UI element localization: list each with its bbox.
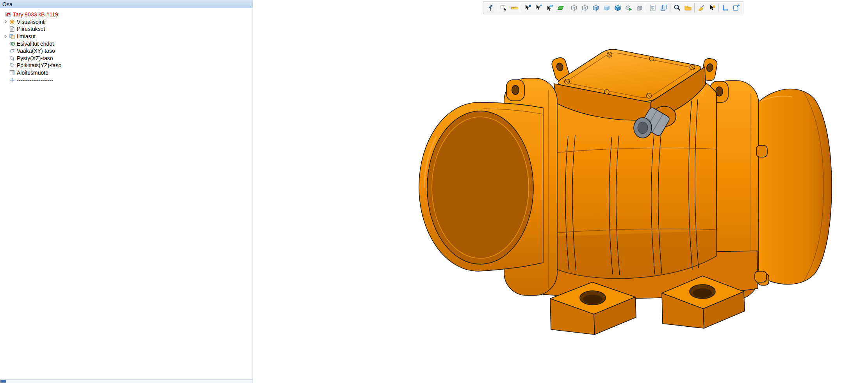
tree-item-label: Tary 9033 kB #119 — [13, 11, 58, 18]
toolbar-separator — [718, 4, 719, 12]
folder-button[interactable] — [683, 3, 693, 13]
coordinate-axes-icon — [722, 4, 729, 12]
appearances-icon — [9, 33, 15, 39]
origin-icon — [9, 77, 15, 83]
model-vibration-motor[interactable] — [253, 0, 868, 383]
copy-button[interactable] — [658, 3, 669, 13]
coordinate-axes-button[interactable] — [720, 3, 731, 13]
tree-item-label: Piirustukset — [17, 25, 45, 32]
tree-item-part-root[interactable]: Tary 9033 kB #119 — [0, 11, 253, 18]
tree-item-ilmiasut[interactable]: Ilmiasut — [0, 33, 253, 40]
feature-tree-panel: Osa Tary 9033 kB #119 Visualisointi Piir… — [0, 0, 253, 383]
new-window-button[interactable] — [731, 3, 741, 13]
view-hidden-edges-button[interactable] — [579, 3, 590, 13]
tree-item-aloitusmuoto[interactable]: Aloitusmuoto — [0, 69, 253, 77]
tree-item-label: Pysty(XZ)-taso — [17, 55, 53, 62]
report-button[interactable] — [647, 3, 658, 13]
tree-item-label: Aloitusmuoto — [17, 69, 48, 76]
tree-item-esivalitut-ehdot[interactable]: Esivalitut ehdot — [0, 40, 253, 47]
animate-icon — [625, 4, 633, 12]
view-wireframe-button[interactable] — [569, 3, 579, 13]
tree-item-label: -------------------- — [17, 77, 53, 84]
view-isometric-icon — [614, 4, 622, 12]
plane-xy-icon — [9, 48, 15, 54]
view-box-button[interactable] — [634, 3, 645, 13]
tree-item-pysty-xz-taso[interactable]: Pysty(XZ)-taso — [0, 55, 253, 62]
view-shaded-edges-icon — [592, 4, 600, 12]
animate-button[interactable] — [623, 3, 634, 13]
view-toolbar — [483, 1, 743, 14]
part-icon — [5, 11, 11, 18]
viewport-3d[interactable] — [253, 0, 868, 383]
select-face-button[interactable] — [544, 3, 555, 13]
measure-button[interactable] — [509, 3, 520, 13]
folder-icon — [684, 4, 692, 12]
tree-item-label: Vaaka(XY)-taso — [17, 47, 55, 54]
toolbar-separator — [497, 4, 497, 12]
plane-yz-icon — [9, 62, 15, 68]
pin-button[interactable] — [485, 3, 495, 13]
select-vertex-icon — [524, 4, 532, 12]
select-region-button[interactable] — [498, 3, 509, 13]
tree-item-visualisointi[interactable]: Visualisointi — [0, 18, 253, 26]
tree-item-label: Visualisointi — [17, 18, 46, 25]
report-icon — [649, 4, 657, 12]
panel-scrollbar[interactable] — [0, 379, 253, 383]
panel-title: Osa — [0, 0, 253, 8]
select-region-icon — [500, 4, 508, 12]
smart-select-icon — [708, 4, 716, 12]
view-shaded-icon — [603, 4, 611, 12]
view-shaded-edges-button[interactable] — [590, 3, 601, 13]
tree-item-poikittais-yz-taso[interactable]: Poikittais(YZ)-taso — [0, 62, 253, 69]
toolbar-separator — [694, 4, 695, 12]
clean-button[interactable] — [696, 3, 706, 13]
tree-item-label: Poikittais(YZ)-taso — [17, 62, 61, 69]
visualization-icon — [9, 19, 15, 25]
tree-item-origin[interactable]: -------------------- — [0, 76, 253, 84]
select-vertex-button[interactable] — [522, 3, 533, 13]
start-shape-icon — [9, 70, 15, 76]
copy-icon — [660, 4, 668, 12]
feature-tree: Tary 9033 kB #119 Visualisointi Piirustu… — [0, 8, 253, 379]
select-edge-icon — [535, 4, 543, 12]
toolbar-separator — [646, 4, 646, 12]
tree-item-vaaka-xy-taso[interactable]: Vaaka(XY)-taso — [0, 47, 253, 55]
view-hidden-edges-icon — [581, 4, 589, 12]
view-isometric-button[interactable] — [612, 3, 623, 13]
toolbar-separator — [670, 4, 670, 12]
expand-chevron-icon[interactable] — [2, 35, 9, 38]
select-edge-button[interactable] — [533, 3, 544, 13]
magnifier-icon — [673, 4, 681, 12]
tree-item-label: Esivalitut ehdot — [17, 40, 54, 47]
scrollbar-thumb[interactable] — [0, 380, 6, 383]
view-box-icon — [636, 4, 643, 12]
new-window-icon — [733, 4, 740, 12]
select-solid-button[interactable] — [555, 3, 566, 13]
smart-select-button[interactable] — [707, 3, 717, 13]
select-solid-icon — [557, 4, 565, 12]
pin-icon — [487, 4, 494, 12]
tree-item-label: Ilmiasut — [17, 33, 36, 40]
drawings-icon — [9, 26, 15, 32]
toolbar-separator — [521, 4, 521, 12]
plane-xz-icon — [9, 55, 15, 61]
view-shaded-button[interactable] — [601, 3, 612, 13]
tree-item-piirustukset[interactable]: Piirustukset — [0, 25, 253, 33]
expand-chevron-icon[interactable] — [2, 20, 9, 23]
clean-icon — [697, 4, 705, 12]
magnifier-button[interactable] — [672, 3, 682, 13]
preselected-conditions-icon — [9, 41, 15, 47]
right-end-cap — [758, 89, 832, 285]
select-face-icon — [546, 4, 554, 12]
measure-icon — [511, 4, 519, 12]
toolbar-separator — [567, 4, 567, 12]
left-end-cap — [419, 102, 543, 271]
view-wireframe-icon — [570, 4, 578, 12]
